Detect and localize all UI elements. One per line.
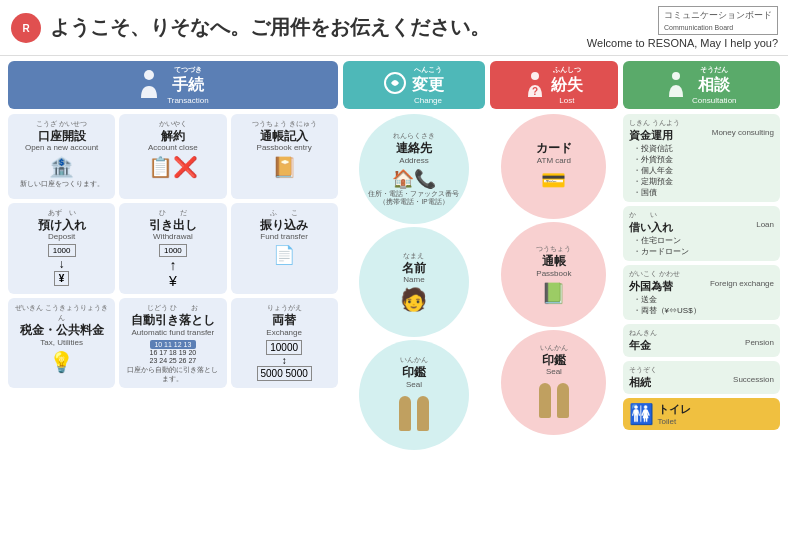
list-item: カードローン xyxy=(633,246,774,257)
consult-succession[interactable]: そうぞく 相続 Succession xyxy=(623,361,780,394)
consult-money[interactable]: しきん うんよう 資金運用 Money consulting 投資信託 外貨預金… xyxy=(623,114,780,202)
list-item: 両替（¥⇔US$） xyxy=(633,305,774,316)
section-transaction: てつづき 手続 Transaction こうざ かいせつ 口座開設 Open a… xyxy=(8,61,338,453)
card-exchange[interactable]: りょうがえ 両替 Exchange 10000 ↕ 5000 5000 xyxy=(231,298,338,388)
seal-change-icon xyxy=(397,394,431,433)
consultation-icon xyxy=(666,71,686,99)
card-seal-lost[interactable]: いんかん 印鑑 Seal xyxy=(501,330,606,435)
change-header: へんこう 変更 Change xyxy=(343,61,485,109)
list-item: 国債 xyxy=(633,187,774,198)
deposit-icon: 1000 ↓ ¥ xyxy=(48,244,76,286)
section-lost: ? ふんしつ 紛失 Lost カード ATM card 💳 つうちょう 通帳 P… xyxy=(490,61,617,453)
card-close-account[interactable]: かいやく 解約 Account close 📋❌ xyxy=(119,114,226,199)
svg-text:R: R xyxy=(22,23,30,34)
svg-point-2 xyxy=(144,70,154,80)
consultation-header: そうだん 相談 Consultation xyxy=(623,61,780,109)
list-item: 投資信託 xyxy=(633,143,774,154)
svg-text:?: ? xyxy=(532,86,538,97)
atm-card-icon: 💳 xyxy=(541,168,566,192)
svg-point-6 xyxy=(672,72,680,80)
welcome-text-jp: ようこそ、りそなへ。ご用件をお伝えください。 xyxy=(50,14,587,41)
withdrawal-icon: 1000 ↑ ¥ xyxy=(159,244,187,289)
card-passbook-lost[interactable]: つうちょう 通帳 Passbook 📗 xyxy=(501,222,606,327)
card-auto-transfer[interactable]: じどう ひ お 自動引き落とし Automatic fund transfer … xyxy=(119,298,226,388)
consult-forex[interactable]: がいこく かわせ 外国為替 Foreign exchange 送金 両替（¥⇔U… xyxy=(623,265,780,320)
calendar-icon: 10 11 12 13 16 17 18 19 20 23 24 25 26 2… xyxy=(150,340,197,365)
transfer-icon: 📄 xyxy=(273,244,295,266)
welcome-text-en: Welcome to RESONA, May I help you? xyxy=(587,37,778,49)
toilet-icon: 🚻 xyxy=(629,402,654,426)
card-withdrawal[interactable]: ひ だ 引き出し Withdrawal 1000 ↑ ¥ xyxy=(119,203,226,294)
transaction-header: てつづき 手続 Transaction xyxy=(8,61,338,109)
section-consultation: そうだん 相談 Consultation しきん うんよう 資金運用 Money… xyxy=(623,61,780,453)
lost-header: ? ふんしつ 紛失 Lost xyxy=(490,61,617,109)
utility-icon: 💡 xyxy=(49,350,74,374)
list-item: 定期預金 xyxy=(633,176,774,187)
exchange-icon: 10000 ↕ 5000 5000 xyxy=(257,340,312,381)
card-deposit[interactable]: あず い 預け入れ Deposit 1000 ↓ ¥ xyxy=(8,203,115,294)
passbook-lost-icon: 📗 xyxy=(541,281,566,305)
address-icon: 🏠📞 xyxy=(392,168,436,190)
card-address[interactable]: れんらくさき 連絡先 Address 🏠📞 住所・電話・ファックス番号（携帯電話… xyxy=(359,114,469,224)
list-item: 住宅ローン xyxy=(633,235,774,246)
resona-logo: R xyxy=(10,12,42,44)
card-tax-utilities[interactable]: ぜいきん こうきょうりょうきん 税金・公共料金 Tax, Utilities 💡 xyxy=(8,298,115,388)
change-icon xyxy=(384,72,406,94)
bank-icon: 🏦 xyxy=(49,155,74,179)
card-fund-transfer[interactable]: ふ こ 振り込み Fund transfer 📄 xyxy=(231,203,338,294)
comm-board-label: コミュニケーションボード Communication Board xyxy=(658,6,778,35)
person-icon xyxy=(137,70,161,100)
card-seal-change[interactable]: いんかん 印鑑 Seal xyxy=(359,340,469,450)
seal-lost-icon xyxy=(537,381,571,420)
svg-point-4 xyxy=(531,72,539,80)
list-item: 外貨預金 xyxy=(633,154,774,165)
card-name[interactable]: なまえ 名前 Name 🧑 xyxy=(359,227,469,337)
card-passbook-entry[interactable]: つうちょう きにゅう 通帳記入 Passbook entry 📔 xyxy=(231,114,338,199)
card-atm-card[interactable]: カード ATM card 💳 xyxy=(501,114,606,219)
passbook-icon: 📔 xyxy=(272,155,297,179)
section-change: へんこう 変更 Change れんらくさき 連絡先 Address 🏠📞 住所・… xyxy=(343,61,485,453)
list-item: 個人年金 xyxy=(633,165,774,176)
top-bar: R ようこそ、りそなへ。ご用件をお伝えください。 コミュニケーションボード Co… xyxy=(0,0,788,56)
consult-pension[interactable]: ねんきん 年金 Pension xyxy=(623,324,780,357)
lost-person-icon: ? xyxy=(525,71,545,99)
consult-loan[interactable]: か い 借い入れ Loan 住宅ローン カードローン xyxy=(623,206,780,261)
cancel-icon: 📋❌ xyxy=(148,155,198,179)
card-open-account[interactable]: こうざ かいせつ 口座開設 Open a new account 🏦 新しい口座… xyxy=(8,114,115,199)
list-item: 送金 xyxy=(633,294,774,305)
toilet-card[interactable]: 🚻 トイレ Toilet xyxy=(623,398,780,430)
name-person-icon: 🧑 xyxy=(400,287,427,313)
